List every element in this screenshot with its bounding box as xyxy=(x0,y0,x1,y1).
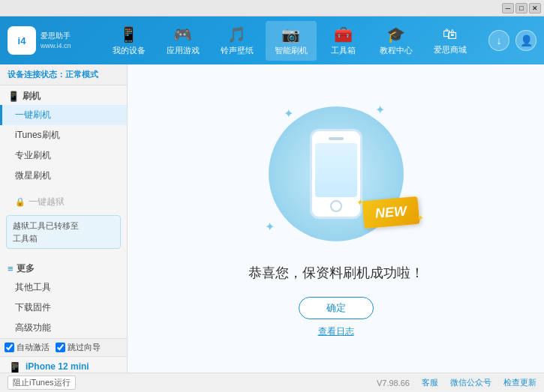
nav-tutorials[interactable]: 🎓 教程中心 xyxy=(371,21,422,61)
nav-apps-games[interactable]: 🎮 应用游戏 xyxy=(158,21,209,61)
user-btn[interactable]: 👤 xyxy=(515,30,536,51)
sidebar-item-download-firmware[interactable]: 下载固件 xyxy=(0,298,127,318)
phone-illustration: ✦ ✦ ✦ NEW xyxy=(261,99,411,249)
footer-left: 阻止iTunes运行 xyxy=(8,376,76,390)
nav-flash-label: 智能刷机 xyxy=(275,45,308,56)
footer: 阻止iTunes运行 V7.98.66 客服 微信公众号 检查更新 xyxy=(0,373,544,392)
stop-itunes-btn[interactable]: 阻止iTunes运行 xyxy=(8,376,76,390)
phone-screen xyxy=(315,143,357,197)
nav-ring-icon: 🎵 xyxy=(227,25,246,43)
jailbreak-info-box: 越狱工具已转移至 工具箱 xyxy=(6,215,121,249)
nav-tool-label: 工具箱 xyxy=(331,45,356,56)
nav-shop-label: 爱思商城 xyxy=(434,44,467,55)
nav-smart-flash[interactable]: 📷 智能刷机 xyxy=(266,21,317,61)
checkbox-row: 自动激活 跳过向导 xyxy=(0,338,127,356)
nav-flash-icon: 📷 xyxy=(281,25,300,43)
phone-speaker xyxy=(329,137,344,140)
section-flash: 📱 刷机 xyxy=(0,85,127,105)
nav-tool-icon: 🧰 xyxy=(334,25,353,43)
confirm-button[interactable]: 确定 xyxy=(299,297,374,319)
nav-toolbox[interactable]: 🧰 工具箱 xyxy=(320,21,368,61)
nav-device-icon: 📱 xyxy=(119,25,138,43)
success-message: 恭喜您，保资料刷机成功啦！ xyxy=(248,264,424,282)
nav-device-label: 我的设备 xyxy=(113,45,146,56)
logo-icon: i4 xyxy=(8,26,36,55)
skip-wizard-checkbox[interactable]: 跳过向导 xyxy=(56,342,101,353)
sidebar-item-other-tools[interactable]: 其他工具 xyxy=(0,277,127,298)
nav-ring-label: 铃声壁纸 xyxy=(221,45,254,56)
auto-activate-input[interactable] xyxy=(5,343,14,352)
customer-service-link[interactable]: 客服 xyxy=(422,377,438,388)
wechat-link[interactable]: 微信公众号 xyxy=(450,377,491,388)
nav-my-device[interactable]: 📱 我的设备 xyxy=(104,21,155,61)
auto-activate-checkbox[interactable]: 自动激活 xyxy=(5,342,50,353)
sparkle-1: ✦ xyxy=(284,106,293,121)
phone-body xyxy=(310,129,362,219)
logo-text: 爱思助手 www.i4.cn xyxy=(41,31,71,51)
logo-area: i4 爱思助手 www.i4.cn xyxy=(8,26,75,55)
skip-wizard-input[interactable] xyxy=(56,343,65,352)
minimize-btn[interactable]: ─ xyxy=(502,3,514,13)
sparkle-2: ✦ xyxy=(375,103,385,117)
content-area: ✦ ✦ ✦ NEW 恭喜您，保资料刷机成功啦！ 确定 查看日志 xyxy=(128,64,544,373)
more-section-icon: ≡ xyxy=(8,263,14,274)
connection-status: 设备连接状态：正常模式 xyxy=(0,64,127,85)
version-label: V7.98.66 xyxy=(377,379,410,388)
nav-bar: 📱 我的设备 🎮 应用游戏 🎵 铃声壁纸 📷 智能刷机 🧰 工具箱 🎓 教程中心… xyxy=(90,21,488,61)
nav-shop[interactable]: 🛍 爱思商城 xyxy=(425,21,476,61)
nav-shop-icon: 🛍 xyxy=(443,25,458,43)
header: i4 爱思助手 www.i4.cn 📱 我的设备 🎮 应用游戏 🎵 铃声壁纸 📷… xyxy=(0,16,544,64)
device-phone-icon: 📱 xyxy=(8,361,23,373)
title-bar: ─ □ ✕ xyxy=(0,0,544,16)
header-right: ↓ 👤 xyxy=(488,30,536,51)
status-value: 正常模式 xyxy=(65,70,98,79)
check-update-link[interactable]: 检查更新 xyxy=(503,377,536,388)
lock-icon: 🔒 xyxy=(15,197,26,207)
section-jailbreak-locked: 🔒 一键越狱 xyxy=(0,192,127,212)
device-name: iPhone 12 mini xyxy=(26,361,92,372)
nav-ringtones[interactable]: 🎵 铃声壁纸 xyxy=(212,21,263,61)
download-btn[interactable]: ↓ xyxy=(488,30,509,51)
sidebar-item-itunes-flash[interactable]: iTunes刷机 xyxy=(0,125,127,145)
flash-section-icon: 📱 xyxy=(8,91,20,102)
maximize-btn[interactable]: □ xyxy=(515,3,527,13)
footer-right: V7.98.66 客服 微信公众号 检查更新 xyxy=(377,377,536,388)
sparkle-3: ✦ xyxy=(265,220,275,234)
close-btn[interactable]: ✕ xyxy=(529,3,541,13)
sidebar-item-advanced[interactable]: 高级功能 xyxy=(0,318,127,338)
nav-tut-label: 教程中心 xyxy=(380,45,413,56)
new-badge: NEW xyxy=(362,196,419,229)
sidebar: 设备连接状态：正常模式 📱 刷机 一键刷机 iTunes刷机 专业刷机 微星刷机… xyxy=(0,64,128,373)
sidebar-item-micro-flash[interactable]: 微星刷机 xyxy=(0,166,127,186)
sidebar-item-pro-flash[interactable]: 专业刷机 xyxy=(0,145,127,166)
nav-apps-icon: 🎮 xyxy=(173,25,192,43)
main-layout: 设备连接状态：正常模式 📱 刷机 一键刷机 iTunes刷机 专业刷机 微星刷机… xyxy=(0,64,544,373)
nav-tut-icon: 🎓 xyxy=(386,25,405,43)
device-info-area: 📱 iPhone 12 mini 64GB Down-12mini-13,1 xyxy=(0,356,127,373)
view-journal-link[interactable]: 查看日志 xyxy=(318,325,354,338)
nav-apps-label: 应用游戏 xyxy=(167,45,200,56)
phone-home-btn xyxy=(330,200,342,212)
section-more: ≡ 更多 xyxy=(0,258,127,277)
sidebar-item-one-click-flash[interactable]: 一键刷机 xyxy=(0,105,127,125)
